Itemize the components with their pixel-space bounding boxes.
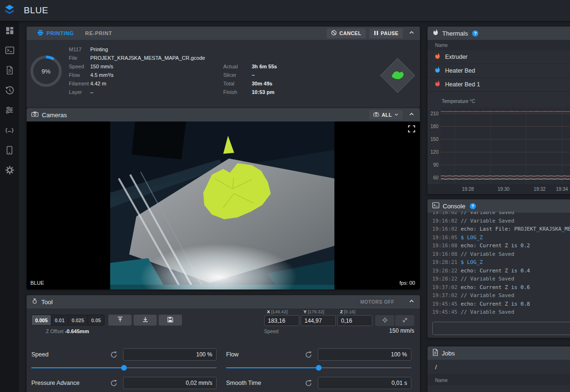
webcam-view: BLUE fps: 00 bbox=[27, 121, 420, 289]
tool-collapse-button[interactable] bbox=[407, 297, 416, 307]
x-position-field[interactable]: 183,16 bbox=[264, 315, 299, 326]
tab-printing-label: PRINTING bbox=[47, 30, 74, 36]
speed-factor-slider[interactable] bbox=[31, 364, 217, 371]
fullscreen-button[interactable] bbox=[408, 125, 415, 134]
chevron-up-icon bbox=[408, 298, 415, 307]
slider-thumb[interactable] bbox=[316, 365, 322, 371]
z-offset-down-button[interactable] bbox=[133, 315, 157, 326]
sidebar-item-history[interactable] bbox=[4, 85, 15, 95]
sidebar-item-machine[interactable] bbox=[4, 145, 15, 155]
z-offset-readout: Z Offset -0.645mm bbox=[31, 328, 104, 334]
field-row: Layer– bbox=[69, 88, 205, 96]
sensor-name: Extruder bbox=[445, 54, 467, 60]
pressure-advance-control: Pressure Advance 0,02 mm/s bbox=[31, 377, 217, 389]
tool-panel-header: Tool MOTORS OFF bbox=[27, 295, 420, 308]
sidebar-item-gcode-files[interactable] bbox=[4, 65, 15, 75]
webcam-name-overlay: BLUE bbox=[30, 280, 44, 286]
z-step-0025[interactable]: 0.025 bbox=[68, 315, 88, 325]
pause-button-label: PAUSE bbox=[381, 30, 399, 36]
motors-off-button[interactable]: MOTORS OFF bbox=[356, 297, 399, 307]
thermals-panel-header: Thermals ? bbox=[428, 27, 570, 40]
sidebar-item-tune[interactable] bbox=[4, 105, 15, 115]
sensor-name: Heater Bed 1 bbox=[445, 81, 480, 88]
z-step-group: 0.005 0.01 0.025 0.05 bbox=[31, 315, 104, 326]
fullscreen-icon bbox=[408, 126, 415, 134]
cameras-panel-header: Cameras ALL bbox=[27, 108, 420, 121]
sidebar-item-macros[interactable]: {…} bbox=[4, 125, 15, 135]
printing-collapse-button[interactable] bbox=[407, 28, 416, 38]
jobs-current-path[interactable]: / bbox=[428, 360, 570, 375]
reset-icon[interactable] bbox=[110, 380, 117, 387]
pressure-advance-field[interactable]: 0,02 mm/s bbox=[123, 377, 217, 389]
z-offset-up-button[interactable] bbox=[108, 315, 132, 326]
jobs-panel: Jobs / Name bbox=[428, 346, 570, 392]
slider-label: Smooth Time bbox=[226, 380, 305, 386]
camera-icon bbox=[373, 112, 379, 118]
z-position-field[interactable]: 0,16 bbox=[337, 315, 372, 326]
cancel-icon bbox=[331, 30, 337, 37]
z-offset-save-button[interactable] bbox=[159, 315, 182, 326]
console-command-input[interactable] bbox=[432, 322, 570, 335]
flow-factor-field[interactable]: 100 % bbox=[318, 348, 411, 361]
thermal-row-extruder[interactable]: Extruder bbox=[428, 50, 570, 64]
printing-panel-header: PRINTING RE-PRINT CANCEL PAUSE bbox=[27, 27, 420, 40]
cameras-collapse-button[interactable] bbox=[407, 110, 416, 120]
console-line: 19:16:02// Variable Saved bbox=[432, 212, 570, 217]
slider-label: Pressure Advance bbox=[31, 380, 110, 386]
tab-printing[interactable]: PRINTING bbox=[31, 27, 79, 40]
slider-fill bbox=[226, 367, 319, 368]
field-row: M117Printing bbox=[69, 45, 205, 54]
field-row: FilePROJEKT_KRAJSKA_MESTA_MAPA_CR.gcode bbox=[69, 54, 205, 62]
motors-off-label: MOTORS OFF bbox=[361, 299, 394, 305]
help-icon[interactable]: ? bbox=[472, 30, 478, 37]
sidebar-item-settings[interactable] bbox=[4, 165, 15, 175]
toolhead-speed-value: 150 mm/s bbox=[389, 327, 414, 334]
gcode-thumbnail bbox=[380, 58, 415, 93]
move-diagonal-button[interactable] bbox=[395, 315, 414, 326]
pause-icon bbox=[374, 30, 379, 37]
sidebar-item-console[interactable] bbox=[4, 46, 15, 55]
camera-select-dropdown[interactable]: ALL bbox=[369, 110, 403, 120]
reset-icon[interactable] bbox=[305, 351, 312, 358]
tool-panel-title: Tool bbox=[41, 299, 53, 306]
flow-factor-slider[interactable] bbox=[226, 364, 411, 371]
smooth-time-field[interactable]: 0,01 s bbox=[318, 377, 411, 389]
slider-thumb[interactable] bbox=[121, 365, 127, 371]
thermal-row-heater-bed[interactable]: Heater Bed bbox=[428, 64, 570, 78]
slider-label: Flow bbox=[226, 351, 305, 358]
field-row: Speed150 mm/s bbox=[69, 62, 205, 71]
reset-icon[interactable] bbox=[305, 380, 312, 387]
z-axis-label: Z [0.16] bbox=[340, 309, 355, 314]
console-log: 19:16:02// Variable Saved 19:16:02// Var… bbox=[432, 212, 570, 319]
sidebar-item-dashboard[interactable] bbox=[4, 26, 15, 35]
y-position-field[interactable]: 144,97 bbox=[301, 315, 336, 326]
slider-fill bbox=[31, 367, 124, 368]
console-line: 19:37:02echo: Current Z is 0.6 bbox=[432, 283, 570, 292]
chevron-up-icon bbox=[408, 29, 415, 38]
tab-re-print[interactable]: RE-PRINT bbox=[79, 27, 118, 40]
webcam-fps-overlay: fps: 00 bbox=[399, 280, 415, 286]
cancel-button[interactable]: CANCEL bbox=[327, 28, 365, 38]
position-absolute-button[interactable] bbox=[375, 315, 394, 326]
pause-button[interactable]: PAUSE bbox=[370, 28, 403, 38]
help-icon[interactable]: ? bbox=[470, 203, 476, 209]
nozzle-icon bbox=[31, 298, 38, 306]
z-step-005[interactable]: 0.05 bbox=[88, 315, 104, 325]
top-bar: BLUE bbox=[0, 0, 570, 21]
layers-icon bbox=[4, 4, 15, 17]
z-step-001[interactable]: 0.01 bbox=[51, 315, 68, 325]
thermal-row-heater-bed-1[interactable]: Heater Bed 1 bbox=[428, 78, 570, 92]
z-step-0005[interactable]: 0.005 bbox=[32, 315, 51, 325]
console-line: 19:16:08echo: Current Z is 0.2 bbox=[432, 242, 570, 250]
console-line: 19:37:02// Variable Saved bbox=[432, 291, 570, 300]
braces-icon: {…} bbox=[5, 127, 14, 133]
x-axis-label: X [149.42] bbox=[267, 309, 287, 314]
smooth-time-control: Smooth Time 0,01 s bbox=[226, 377, 411, 389]
reset-icon[interactable] bbox=[110, 351, 117, 358]
chart-y-axis: 210 180 150 120 90 60 bbox=[428, 107, 439, 184]
console-line: 19:45:45// Variable Saved bbox=[432, 308, 570, 317]
speed-factor-field[interactable]: 100 % bbox=[123, 348, 217, 361]
console-panel: Console ? 19:16:02// Variable Saved 19:1… bbox=[428, 199, 570, 338]
history-icon bbox=[5, 86, 14, 95]
app-logo[interactable] bbox=[0, 4, 19, 17]
